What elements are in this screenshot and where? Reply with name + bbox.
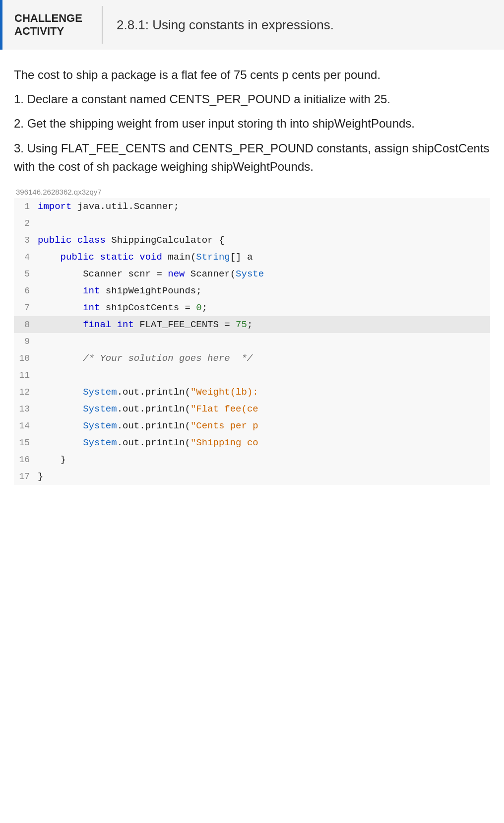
line-number: 14 xyxy=(14,417,38,434)
challenge-header: CHALLENGE ACTIVITY 2.8.1: Using constant… xyxy=(0,0,504,50)
line-content: /* Your solution goes here */ xyxy=(38,350,490,367)
line-number: 2 xyxy=(14,215,38,232)
desc-para3: 2. Get the shipping weight from user inp… xyxy=(14,114,490,133)
line-number: 8 xyxy=(14,316,38,333)
line-number: 1 xyxy=(14,198,38,215)
code-line: 14 System.out.println("Cents per p xyxy=(14,417,490,434)
code-line: 11 xyxy=(14,367,490,384)
code-line-highlighted: 8 final int FLAT_FEE_CENTS = 75; xyxy=(14,316,490,333)
line-content: } xyxy=(38,451,490,468)
line-number: 17 xyxy=(14,468,38,485)
content-area: The cost to ship a package is a flat fee… xyxy=(0,50,504,485)
line-content: Scanner scnr = new Scanner(Syste xyxy=(38,266,490,282)
code-line: 1 import java.util.Scanner; xyxy=(14,198,490,215)
header-title: 2.8.1: Using constants in expressions. xyxy=(103,0,348,50)
desc-para4: 3. Using FLAT_FEE_CENTS and CENTS_PER_PO… xyxy=(14,139,490,176)
code-line: 6 int shipWeightPounds; xyxy=(14,282,490,299)
line-content: } xyxy=(38,468,490,485)
desc-para2: 1. Declare a constant named CENTS_PER_PO… xyxy=(14,90,490,108)
line-content: public class ShippingCalculator { xyxy=(38,232,490,249)
desc-para1: The cost to ship a package is a flat fee… xyxy=(14,66,490,84)
code-line: 12 System.out.println("Weight(lb): xyxy=(14,384,490,401)
code-line: 15 System.out.println("Shipping co xyxy=(14,434,490,451)
line-content: System.out.println("Shipping co xyxy=(38,434,490,451)
line-number: 6 xyxy=(14,282,38,299)
line-content: System.out.println("Flat fee(ce xyxy=(38,401,490,417)
line-number: 13 xyxy=(14,401,38,417)
line-number: 10 xyxy=(14,350,38,367)
code-line: 7 int shipCostCents = 0; xyxy=(14,299,490,316)
code-line: 3 public class ShippingCalculator { xyxy=(14,232,490,249)
line-number: 7 xyxy=(14,299,38,316)
line-number: 4 xyxy=(14,249,38,266)
line-content: int shipCostCents = 0; xyxy=(38,299,490,316)
code-line: 10 /* Your solution goes here */ xyxy=(14,350,490,367)
code-line: 13 System.out.println("Flat fee(ce xyxy=(14,401,490,417)
line-content: final int FLAT_FEE_CENTS = 75; xyxy=(38,316,490,333)
line-number: 3 xyxy=(14,232,38,249)
line-content: int shipWeightPounds; xyxy=(38,282,490,299)
line-content: System.out.println("Weight(lb): xyxy=(38,384,490,401)
code-line: 16 } xyxy=(14,451,490,468)
challenge-label: CHALLENGE ACTIVITY xyxy=(2,0,102,50)
file-id: 396146.2628362.qx3zqy7 xyxy=(14,188,490,196)
code-line: 4 public static void main(String[] a xyxy=(14,249,490,266)
description-text: The cost to ship a package is a flat fee… xyxy=(14,66,490,176)
code-line: 9 xyxy=(14,333,490,350)
code-editor: 1 import java.util.Scanner; 2 3 public c… xyxy=(14,198,490,485)
line-number: 16 xyxy=(14,451,38,468)
line-content: import java.util.Scanner; xyxy=(38,198,490,215)
line-number: 9 xyxy=(14,333,38,350)
line-number: 12 xyxy=(14,384,38,401)
code-line: 2 xyxy=(14,215,490,232)
line-number: 15 xyxy=(14,434,38,451)
line-number: 11 xyxy=(14,367,38,384)
line-content: public static void main(String[] a xyxy=(38,249,490,266)
line-number: 5 xyxy=(14,266,38,282)
code-line: 17 } xyxy=(14,468,490,485)
line-content: System.out.println("Cents per p xyxy=(38,417,490,434)
code-line: 5 Scanner scnr = new Scanner(Syste xyxy=(14,266,490,282)
